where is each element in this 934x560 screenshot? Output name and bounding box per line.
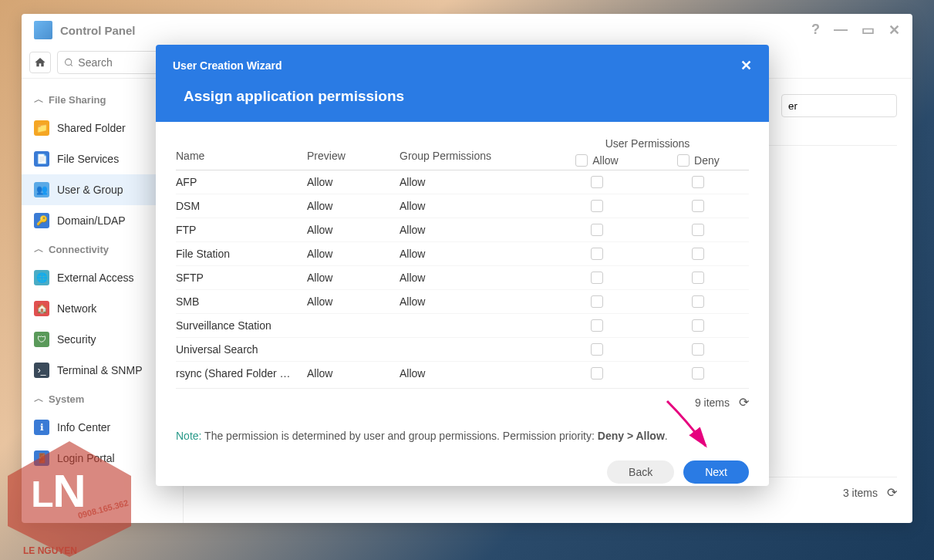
allow-all-checkbox[interactable] [575,154,588,167]
allow-checkbox[interactable] [591,224,603,236]
preview-cell: Allow [307,248,400,260]
network-icon: 🏠 [34,301,49,316]
chevron-up-icon: ︿ [34,392,44,406]
note-label: Note: [176,430,201,442]
item-count: 3 items [843,487,878,499]
chevron-up-icon: ︿ [34,93,44,106]
app-name: File Station [176,248,307,260]
col-preview[interactable]: Preview [307,150,400,167]
close-icon[interactable]: ✕ [888,22,900,39]
titlebar: Control Panel ? — ▭ ✕ [22,14,912,46]
help-icon[interactable]: ? [811,22,820,39]
allow-checkbox[interactable] [591,295,603,308]
table-header: Name Preview Group Permissions User Perm… [176,137,749,170]
deny-checkbox[interactable] [692,295,704,308]
app-name: AFP [176,176,307,188]
app-name: SFTP [176,272,307,284]
folder-icon: 📁 [34,120,49,136]
group-cell: Allow [400,176,546,188]
refresh-icon[interactable]: ⟳ [739,395,749,410]
window-controls: ? — ▭ ✕ [811,22,900,39]
group-cell: Allow [400,248,546,260]
allow-checkbox[interactable] [591,272,603,284]
modal-actions: Back Next [156,450,769,486]
allow-checkbox[interactable] [591,319,603,332]
modal-title: User Creation Wizard [173,59,282,72]
modal-body: Name Preview Group Permissions User Perm… [156,122,769,450]
globe-icon: 🌐 [34,270,49,285]
group-cell: Allow [400,200,546,212]
svg-point-0 [66,59,72,65]
allow-checkbox[interactable] [591,248,603,260]
preview-cell: Allow [307,295,400,308]
allow-checkbox[interactable] [591,343,603,356]
modal-subtitle: Assign application permissions [173,88,752,105]
deny-checkbox[interactable] [692,248,704,260]
back-button[interactable]: Back [607,460,674,484]
next-button[interactable]: Next [683,460,749,484]
group-cell: Allow [400,224,546,236]
deny-checkbox[interactable] [692,367,704,380]
app-name: SMB [176,295,307,308]
user-creation-wizard-modal: User Creation Wizard ✕ Assign applicatio… [156,45,769,486]
deny-checkbox[interactable] [692,224,704,236]
table-row[interactable]: SMB Allow Allow [176,289,749,313]
deny-checkbox[interactable] [692,176,704,188]
allow-header[interactable]: Allow [575,154,618,167]
note: Note: The permission is determined by us… [176,430,749,442]
permissions-table: Name Preview Group Permissions User Perm… [176,137,749,416]
table-row[interactable]: rsync (Shared Folder … Allow Allow [176,361,749,385]
refresh-icon[interactable]: ⟳ [887,485,897,500]
table-row[interactable]: File Station Allow Allow [176,241,749,265]
minimize-icon[interactable]: — [834,22,848,39]
window-title: Control Panel [60,24,136,37]
deny-header[interactable]: Deny [677,154,720,167]
preview-cell: Allow [307,200,400,212]
filter-input[interactable] [781,94,897,117]
allow-checkbox[interactable] [591,200,603,212]
preview-cell: Allow [307,272,400,284]
file-icon: 📄 [34,151,49,167]
table-row[interactable]: SFTP Allow Allow [176,265,749,289]
col-user: User Permissions Allow Deny [546,137,749,167]
col-group[interactable]: Group Permissions [400,150,546,167]
allow-checkbox[interactable] [591,367,603,380]
table-row[interactable]: DSM Allow Allow [176,194,749,218]
group-cell: Allow [400,272,546,284]
allow-checkbox[interactable] [591,176,603,188]
terminal-icon: ›_ [34,363,49,378]
deny-checkbox[interactable] [692,272,704,284]
col-name[interactable]: Name [176,150,307,167]
preview-cell: Allow [307,176,400,188]
app-name: FTP [176,224,307,236]
modal-close-icon[interactable]: ✕ [740,57,752,74]
shield-icon: 🛡 [34,332,49,347]
app-name: Universal Search [176,343,307,356]
group-cell: Allow [400,367,546,380]
app-name: DSM [176,200,307,212]
group-cell: Allow [400,295,546,308]
maximize-icon[interactable]: ▭ [862,22,875,39]
preview-cell: Allow [307,367,400,380]
users-icon: 👥 [34,182,49,197]
deny-checkbox[interactable] [692,343,704,356]
item-count: 9 items [695,396,730,409]
home-button[interactable] [29,52,51,73]
domain-icon: 🔑 [34,213,49,228]
deny-all-checkbox[interactable] [677,154,690,167]
app-icon [34,21,52,39]
table-row[interactable]: Universal Search [176,337,749,361]
table-row[interactable]: AFP Allow Allow [176,170,749,194]
watermark-brand: LE NGUYEN [23,545,77,556]
app-name: Surveillance Station [176,319,307,332]
preview-cell: Allow [307,224,400,236]
modal-header: User Creation Wizard ✕ Assign applicatio… [156,45,769,122]
info-icon: ℹ [34,420,49,435]
deny-checkbox[interactable] [692,319,704,332]
deny-checkbox[interactable] [692,200,704,212]
table-row[interactable]: Surveillance Station [176,313,749,337]
chevron-up-icon: ︿ [34,242,44,256]
portal-icon: 🚪 [34,450,49,466]
table-footer: 9 items ⟳ [176,388,749,416]
table-row[interactable]: FTP Allow Allow [176,218,749,241]
